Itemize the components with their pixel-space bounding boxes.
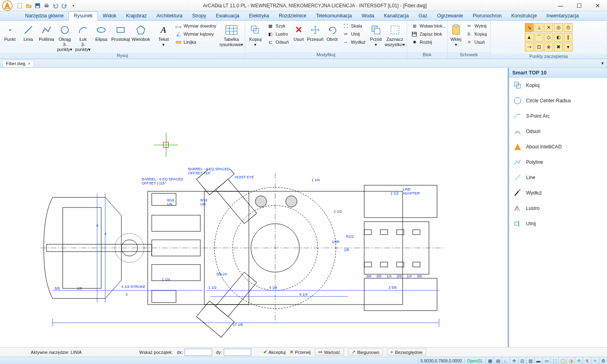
tab-telecom[interactable]: Telekomunikacja bbox=[311, 12, 357, 20]
maximize-button[interactable]: ☐ bbox=[570, 0, 588, 11]
snap-nearest-icon[interactable]: ⊙ bbox=[564, 23, 573, 32]
close-tab-icon[interactable]: × bbox=[28, 61, 30, 66]
ellipse-button[interactable]: Elipsa bbox=[93, 21, 110, 42]
scale-button[interactable]: ⛶Skala bbox=[341, 22, 367, 30]
ruler-button[interactable]: Linijka bbox=[174, 38, 218, 46]
snap-tangent-icon[interactable]: ⌒ bbox=[535, 33, 543, 42]
doc-tab-fiber[interactable]: Fiber.dwg × bbox=[2, 60, 34, 67]
snap-more-dropdown[interactable]: ▾ bbox=[564, 42, 573, 51]
snap-endpoint-icon[interactable]: ↘ bbox=[525, 23, 534, 32]
text-button[interactable]: ATekst▾ bbox=[155, 21, 172, 47]
extend-button[interactable]: ↔Wydłuż bbox=[341, 38, 367, 46]
tab-landscape[interactable]: Krajobraz bbox=[121, 12, 151, 20]
polygon-button[interactable]: Wielobok bbox=[132, 21, 150, 42]
arc-button[interactable]: Łuk3-punkty▾ bbox=[75, 21, 91, 52]
accept-button[interactable]: Akceptuj bbox=[269, 350, 286, 355]
tab-gas[interactable]: Gaz bbox=[414, 12, 432, 20]
tab-sewage[interactable]: Kanalizacja bbox=[379, 12, 414, 20]
snap-quadrant-icon[interactable]: ◐ bbox=[554, 33, 563, 42]
renderer-label[interactable]: OpenGL bbox=[464, 358, 486, 363]
move-button[interactable]: Przesuń bbox=[307, 21, 323, 42]
snap-intersect-icon[interactable]: ✕ bbox=[544, 23, 553, 32]
point-button[interactable]: Punkt bbox=[2, 21, 18, 42]
smart-item-mirror[interactable]: Lustro bbox=[509, 201, 607, 216]
status-ortho-icon[interactable]: ∟ bbox=[502, 357, 510, 364]
dim-any-button[interactable]: Wymiar dowolny bbox=[174, 22, 218, 30]
tab-water[interactable]: Woda bbox=[357, 12, 379, 20]
qat-dropdown-icon[interactable]: ▾ bbox=[70, 2, 77, 9]
status-plus-icon[interactable]: ＋ bbox=[591, 357, 599, 364]
line-button[interactable]: Linia bbox=[20, 21, 36, 42]
status-osnap-icon[interactable]: ⊡ bbox=[518, 357, 526, 364]
table-button[interactable]: Tabelkarysunkowa▾ bbox=[219, 21, 243, 47]
status-tablet-icon[interactable]: ⬚ bbox=[550, 357, 558, 364]
undo-icon[interactable] bbox=[52, 2, 59, 9]
drawing-canvas[interactable]: BARREL - 6 EQ SPACEDOFFSET +15° BARREL -… bbox=[0, 68, 508, 347]
mirror-button[interactable]: ◧Lustro bbox=[265, 30, 290, 38]
tab-heating[interactable]: Ogrzewanie bbox=[432, 12, 468, 20]
tab-switchboards[interactable]: Rozdzielnice bbox=[274, 12, 311, 20]
bring-front-button[interactable]: Przód▾ bbox=[369, 21, 383, 47]
smart-item-about[interactable]: About IntelliCAD bbox=[509, 139, 607, 154]
status-osnap2-icon[interactable]: ◯ bbox=[558, 357, 567, 364]
smart-item-circle[interactable]: Circle Center-Radius bbox=[509, 93, 607, 108]
tab-architecture[interactable]: Architektura bbox=[152, 12, 187, 20]
tab-inventory[interactable]: Inwentaryzacja bbox=[541, 12, 584, 20]
status-cycle-icon[interactable]: ↯ bbox=[583, 357, 591, 364]
new-icon[interactable] bbox=[16, 2, 23, 9]
rotate-button[interactable]: Obrót bbox=[325, 21, 339, 42]
rectangle-button[interactable]: Prostokąt bbox=[111, 21, 130, 42]
smart-item-trim[interactable]: Utnij bbox=[509, 216, 607, 231]
snap-midpoint-icon[interactable]: ▲ bbox=[525, 33, 534, 42]
smart-item-extend[interactable]: Wydłuż bbox=[509, 185, 607, 201]
print-icon[interactable] bbox=[43, 2, 50, 9]
dx-input[interactable] bbox=[185, 349, 212, 356]
snap-none-icon[interactable]: ✖ bbox=[554, 42, 563, 51]
snap-node-icon[interactable]: ◇ bbox=[544, 33, 553, 42]
snap-center-icon[interactable]: ◎ bbox=[554, 23, 563, 32]
tab-home[interactable]: Narzędzia główne bbox=[20, 12, 68, 20]
snap-insert-icon[interactable]: ⊡ bbox=[535, 42, 543, 51]
value-mode-button[interactable]: ↦Wartość bbox=[315, 349, 344, 356]
dim-angular-button[interactable]: Wymiar kątowy bbox=[174, 30, 218, 38]
status-grid-icon[interactable]: ▤ bbox=[494, 357, 502, 364]
tab-view[interactable]: Widok bbox=[98, 12, 121, 20]
explode-button[interactable]: ✸Rozbij bbox=[410, 38, 448, 46]
snap-apparent-icon[interactable]: ※ bbox=[544, 42, 553, 51]
tab-evacuation[interactable]: Ewakuacja bbox=[211, 12, 244, 20]
status-3dosnap-icon[interactable]: ◑ bbox=[567, 357, 575, 364]
smart-item-offset[interactable]: Odsuń bbox=[509, 124, 607, 139]
snap-parallel-icon[interactable]: ∥ bbox=[564, 33, 573, 42]
redo-icon[interactable] bbox=[61, 2, 68, 9]
polar-mode-button[interactable]: ↗Biegunowo bbox=[348, 349, 383, 356]
smart-item-arc[interactable]: 3-Point Arc bbox=[509, 108, 607, 124]
doc-tab-dropdown-icon[interactable]: ▼ bbox=[601, 61, 605, 66]
app-logo[interactable] bbox=[0, 0, 15, 11]
smart-item-polyline[interactable]: Polyline bbox=[509, 154, 607, 170]
clip-copy-button[interactable]: ⎘Kopiuj bbox=[464, 30, 488, 38]
status-otrack-icon[interactable]: ▥ bbox=[526, 357, 534, 364]
paste-button[interactable]: Wklej▾ bbox=[449, 21, 463, 47]
status-model-icon[interactable]: ▭ bbox=[542, 357, 550, 364]
insert-block-button[interactable]: ⊞Wstaw blok... bbox=[410, 22, 448, 30]
smart-item-copy[interactable]: Kopiuj bbox=[509, 78, 607, 93]
clip-cut-button[interactable]: ✂Wytnij bbox=[464, 22, 488, 30]
absolute-mode-button[interactable]: ⌖Bezwzględnie bbox=[387, 349, 426, 356]
status-gear-icon[interactable]: ⚙ bbox=[599, 357, 607, 364]
tab-electric[interactable]: Elektryka bbox=[244, 12, 274, 20]
tab-construction[interactable]: Konstrukcje bbox=[507, 12, 542, 20]
trim-button[interactable]: ✂Utnij bbox=[341, 30, 367, 38]
status-dyn-icon[interactable]: ✢ bbox=[575, 357, 583, 364]
status-lwt-icon[interactable]: ▬ bbox=[534, 357, 542, 364]
open-icon[interactable] bbox=[25, 2, 32, 9]
tab-draw[interactable]: Rysunek bbox=[68, 11, 98, 21]
minimize-button[interactable]: — bbox=[551, 0, 570, 11]
close-button[interactable]: ✕ bbox=[588, 0, 607, 11]
array-button[interactable]: ▦Szyk bbox=[265, 22, 290, 30]
dy-input[interactable] bbox=[224, 349, 251, 356]
tab-lightning[interactable]: Piorunochron bbox=[468, 12, 506, 20]
clip-delete-button[interactable]: ✕Usuń bbox=[464, 38, 488, 46]
circle-button[interactable]: Okrąg3-punkty▾ bbox=[57, 21, 73, 52]
offset-button[interactable]: ⊏Odsuń bbox=[265, 38, 290, 46]
select-all-button[interactable]: Zaznaczwszystko▾ bbox=[384, 21, 405, 47]
